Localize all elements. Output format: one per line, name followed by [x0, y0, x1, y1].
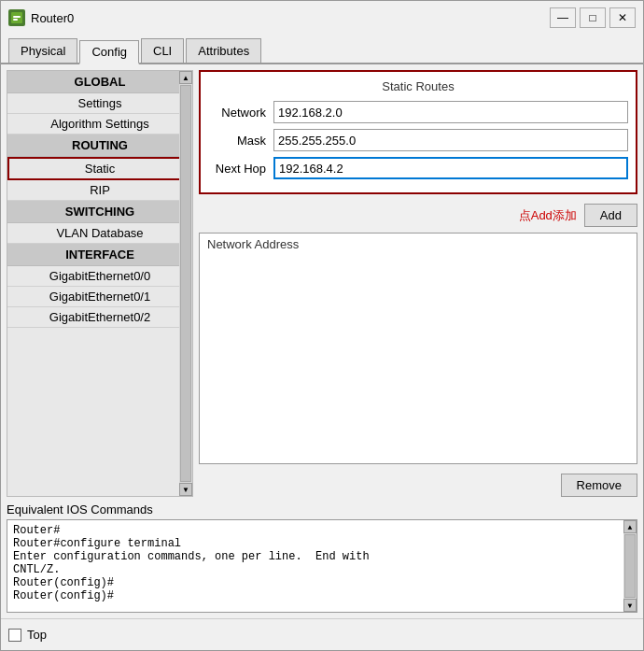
mask-input[interactable]: [273, 129, 628, 151]
svg-rect-1: [13, 16, 21, 18]
scroll-down-icon[interactable]: ▼: [179, 483, 192, 496]
sidebar-item-static[interactable]: Static: [7, 157, 192, 180]
tab-config[interactable]: Config: [79, 40, 139, 64]
network-address-label: Network Address: [207, 237, 299, 251]
ios-line-1: Router#: [13, 524, 616, 537]
title-bar: Router0 — □ ✕: [1, 1, 643, 35]
add-hint: 点Add添加: [519, 207, 577, 224]
sidebar-scrollbar[interactable]: ▲ ▼: [179, 71, 192, 496]
scroll-thumb: [180, 85, 191, 482]
ios-line-5: Router(config)#: [13, 576, 616, 589]
window-title: Router0: [31, 11, 550, 25]
sidebar-item-algorithm-settings[interactable]: Algorithm Settings: [7, 114, 192, 134]
ios-scroll-up-icon[interactable]: ▲: [623, 520, 637, 533]
sidebar-item-rip[interactable]: RIP: [7, 180, 192, 201]
ios-line-4: CNTL/Z.: [13, 563, 616, 576]
ios-line-6: Router(config)#: [13, 589, 616, 602]
mask-row: Mask: [208, 129, 628, 151]
scroll-up-icon[interactable]: ▲: [179, 71, 192, 84]
static-routes-title: Static Routes: [208, 79, 628, 93]
ios-scroll-thumb: [624, 534, 636, 598]
ios-box: Router# Router#configure terminal Enter …: [7, 519, 637, 613]
app-icon: [8, 9, 25, 26]
bottom-bar: Top: [1, 618, 643, 650]
mask-label: Mask: [208, 134, 273, 148]
network-label: Network: [208, 106, 273, 120]
section-global: GLOBAL: [7, 71, 192, 93]
ios-content: Router# Router#configure terminal Enter …: [13, 524, 631, 602]
nexthop-input[interactable]: [273, 157, 628, 179]
minimize-button[interactable]: —: [550, 7, 576, 28]
ios-line-3: Enter configuration commands, one per li…: [13, 550, 616, 563]
network-input[interactable]: [273, 101, 628, 123]
remove-button-row: Remove: [199, 474, 637, 497]
sidebar-item-gigabit0-1[interactable]: GigabitEthernet0/1: [7, 287, 192, 307]
right-panel: Static Routes Network Mask Next Hop 点Add…: [199, 70, 637, 497]
section-switching: SWITCHING: [7, 201, 192, 223]
window-controls: — □ ✕: [550, 7, 636, 28]
sidebar-item-settings[interactable]: Settings: [7, 93, 192, 114]
ios-scroll-down-icon[interactable]: ▼: [623, 599, 637, 612]
sidebar: GLOBAL Settings Algorithm Settings ROUTI…: [7, 70, 193, 497]
top-checkbox-label[interactable]: Top: [8, 628, 47, 642]
section-interface: INTERFACE: [7, 244, 192, 266]
window: Router0 — □ ✕ Physical Config CLI Attrib…: [0, 0, 644, 651]
ios-label: Equivalent IOS Commands: [7, 502, 637, 517]
network-row: Network: [208, 101, 628, 123]
add-button[interactable]: Add: [584, 204, 637, 227]
ios-line-2: Router#configure terminal: [13, 537, 616, 550]
main-content: GLOBAL Settings Algorithm Settings ROUTI…: [1, 64, 643, 502]
nexthop-row: Next Hop: [208, 157, 628, 179]
top-checkbox-box[interactable]: [8, 629, 21, 642]
network-address-box: Network Address: [199, 233, 637, 464]
nexthop-label: Next Hop: [208, 162, 273, 176]
section-routing: ROUTING: [7, 134, 192, 157]
tab-bar: Physical Config CLI Attributes: [1, 35, 643, 64]
sidebar-scroll[interactable]: GLOBAL Settings Algorithm Settings ROUTI…: [7, 71, 192, 496]
remove-button[interactable]: Remove: [561, 474, 637, 497]
sidebar-item-gigabit0-2[interactable]: GigabitEthernet0/2: [7, 307, 192, 328]
ios-section: Equivalent IOS Commands Router# Router#c…: [1, 502, 643, 618]
tab-cli[interactable]: CLI: [141, 38, 184, 63]
sidebar-item-vlan-database[interactable]: VLAN Database: [7, 223, 192, 244]
ios-scrollbar[interactable]: ▲ ▼: [623, 520, 637, 612]
maximize-button[interactable]: □: [580, 7, 606, 28]
tab-attributes[interactable]: Attributes: [186, 38, 261, 63]
sidebar-item-gigabit0-0[interactable]: GigabitEthernet0/0: [7, 266, 192, 287]
static-routes-box: Static Routes Network Mask Next Hop: [199, 70, 637, 194]
top-label: Top: [27, 628, 47, 642]
svg-rect-2: [13, 19, 18, 21]
add-button-row: 点Add添加 Add: [199, 204, 637, 227]
tab-physical[interactable]: Physical: [8, 38, 77, 63]
close-button[interactable]: ✕: [609, 7, 636, 28]
